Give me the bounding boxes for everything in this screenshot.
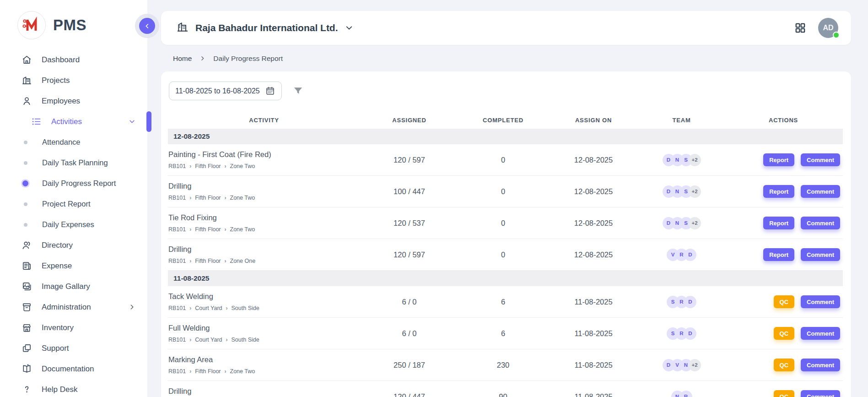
book-icon	[21, 364, 32, 375]
chevron-right-icon: ›	[225, 195, 226, 201]
sidebar-item-label: Activities	[51, 117, 82, 126]
topbar-right: AD	[794, 18, 838, 38]
sidebar-item-activities[interactable]: Activities	[0, 111, 147, 132]
sidebar-item-label: Administration	[42, 303, 91, 312]
sidebar-subitem-project-report[interactable]: Project Report	[0, 194, 147, 214]
online-status-dot	[833, 32, 840, 38]
comment-button[interactable]: Comment	[801, 295, 840, 308]
team-member-badge[interactable]: +2	[689, 359, 701, 371]
comment-button[interactable]: Comment	[801, 185, 840, 198]
actions-cell: ReportComment	[724, 217, 843, 229]
chevron-right-icon: ›	[189, 226, 191, 233]
user-menu[interactable]: AD	[818, 18, 838, 38]
report-button[interactable]: Report	[763, 185, 794, 198]
sidebar-item-image-gallary[interactable]: Image Gallary	[0, 276, 147, 297]
bullet-dot-icon	[24, 202, 27, 206]
bullet-dot-icon	[24, 161, 27, 165]
breadcrumb-home[interactable]: Home	[173, 54, 192, 63]
comment-button[interactable]: Comment	[801, 327, 840, 340]
comment-button[interactable]: Comment	[801, 248, 840, 261]
qc-button[interactable]: QC	[774, 295, 795, 308]
people-icon	[21, 240, 32, 251]
table-row: Full WeldingRB101›Court Yard›South Side6…	[168, 318, 843, 349]
team-cell: NR	[639, 391, 724, 397]
path-segment: Fifth Floor	[195, 226, 221, 233]
actions-cell: ReportComment	[724, 153, 843, 166]
sidebar-subitem-daily-task-planning[interactable]: Daily Task Planning	[0, 152, 147, 173]
main-area: Raja Bahadur International Ltd. AD Home	[147, 0, 868, 397]
comment-button[interactable]: Comment	[801, 390, 840, 397]
sidebar-collapse-button[interactable]	[139, 18, 155, 34]
assigned-value: 250 / 187	[360, 361, 458, 370]
completed-value: 6	[458, 298, 548, 306]
sidebar-subitem-label: Daily Task Planning	[42, 158, 108, 167]
apps-grid-icon[interactable]	[794, 22, 806, 34]
receipt-icon	[21, 261, 32, 272]
team-cell: SRD	[639, 296, 724, 308]
store-icon	[21, 322, 32, 333]
actions-cell: ReportComment	[724, 248, 843, 261]
report-button[interactable]: Report	[763, 248, 794, 261]
assign-on-value: 12-08-2025	[548, 250, 639, 259]
sidebar-subitem-attendance[interactable]: Attendance	[0, 132, 147, 152]
column-header-team: Team	[639, 117, 724, 124]
table-row: DrillingRB101›Fifth Floor›Zone Two120 / …	[168, 381, 843, 397]
sidebar-item-employees[interactable]: Employees	[0, 91, 147, 111]
sidebar-item-label: Projects	[42, 76, 70, 85]
sidebar-item-support[interactable]: Support	[0, 338, 147, 359]
sidebar-item-label: Expense	[42, 261, 72, 271]
sidebar-item-administration[interactable]: Administration	[0, 297, 147, 317]
team-member-badge[interactable]: +2	[689, 154, 701, 166]
report-button[interactable]: Report	[763, 153, 794, 166]
chevron-right-icon: ›	[226, 305, 228, 311]
sidebar-item-directory[interactable]: Directory	[0, 235, 147, 256]
assigned-value: 120 / 447	[360, 392, 458, 397]
home-icon	[21, 54, 32, 65]
comment-button[interactable]: Comment	[801, 217, 840, 229]
filter-funnel-icon[interactable]	[293, 86, 303, 96]
team-member-badge[interactable]: D	[684, 249, 696, 261]
sidebar-item-projects[interactable]: Projects	[0, 70, 147, 91]
team-member-badge[interactable]: D	[684, 327, 696, 340]
sidebar-item-documentation[interactable]: Documentation	[0, 359, 147, 379]
sidebar-item-label: Employees	[42, 97, 80, 106]
bullet-dot-icon	[22, 180, 28, 186]
activity-path: RB101›Fifth Floor›Zone Two	[168, 226, 356, 233]
activity-path: RB101›Court Yard›South Side	[168, 305, 356, 311]
comment-button[interactable]: Comment	[801, 359, 840, 371]
chevron-right-icon: ›	[189, 195, 191, 201]
path-segment: RB101	[168, 305, 186, 311]
team-member-badge[interactable]: D	[684, 296, 696, 308]
topbar: Raja Bahadur International Ltd. AD	[161, 11, 851, 45]
company-selector[interactable]: Raja Bahadur International Ltd.	[177, 21, 353, 35]
path-segment: Court Yard	[195, 337, 222, 343]
sidebar-subitem-daily-progress-report[interactable]: Daily Progress Report	[0, 173, 147, 194]
archive-icon	[21, 302, 32, 313]
chevron-right-icon: ›	[189, 305, 191, 311]
table-row: DrillingRB101›Fifth Floor›Zone One120 / …	[168, 239, 843, 271]
column-header-actions: Actions	[724, 117, 843, 124]
sidebar-item-inventory[interactable]: Inventory	[0, 317, 147, 338]
path-segment: RB101	[168, 258, 186, 264]
sidebar-item-expense[interactable]: Expense	[0, 256, 147, 276]
date-range-input[interactable]: 11-08-2025 to 16-08-2025	[169, 82, 282, 100]
team-member-badge[interactable]: +2	[689, 185, 701, 198]
team-member-badge[interactable]: +2	[689, 217, 701, 229]
column-header-assign-on: Assign On	[548, 117, 639, 124]
completed-value: 0	[458, 219, 548, 228]
qc-button[interactable]: QC	[774, 359, 795, 371]
column-header-activity: Activity	[168, 117, 360, 124]
activity-cell: DrillingRB101›Fifth Floor›Zone Two	[168, 382, 360, 397]
sidebar-item-dashboard[interactable]: Dashboard	[0, 49, 147, 70]
activity-title: Tie Rod Fixing	[168, 213, 356, 222]
app-root: PMS DashboardProjectsEmployeesActivities…	[0, 0, 868, 397]
qc-button[interactable]: QC	[774, 390, 795, 397]
sidebar-item-help-desk[interactable]: Help Desk	[0, 379, 147, 397]
comment-button[interactable]: Comment	[801, 153, 840, 166]
bullet-dot-icon	[24, 223, 27, 227]
qc-button[interactable]: QC	[774, 327, 795, 340]
person-icon	[21, 96, 32, 107]
sidebar-subitem-daily-expenses[interactable]: Daily Expenses	[0, 214, 147, 235]
team-member-badge[interactable]: R	[680, 391, 692, 397]
report-button[interactable]: Report	[763, 217, 794, 229]
